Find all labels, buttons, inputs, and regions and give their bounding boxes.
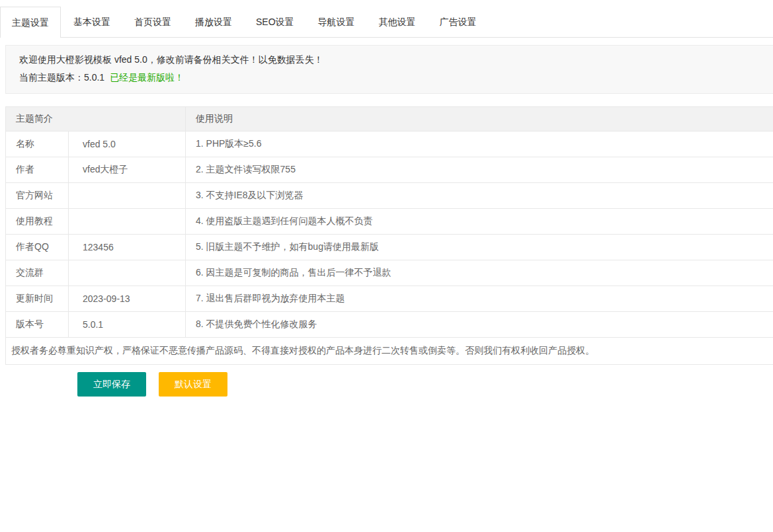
table-row: 名称 vfed 5.0 1. PHP版本≥5.6 bbox=[6, 132, 773, 157]
save-button[interactable]: 立即保存 bbox=[77, 372, 146, 397]
row-label: 作者 bbox=[6, 157, 69, 183]
default-settings-button[interactable]: 默认设置 bbox=[159, 372, 227, 397]
theme-info-table: 主题简介 使用说明 名称 vfed 5.0 1. PHP版本≥5.6 作者 vf… bbox=[5, 106, 773, 365]
notice-line1: 欢迎使用大橙影视模板 vfed 5.0，修改前请备份相关文件！以免数据丢失！ bbox=[19, 51, 760, 69]
theme-settings-panel: 欢迎使用大橙影视模板 vfed 5.0，修改前请备份相关文件！以免数据丢失！ 当… bbox=[5, 45, 773, 397]
table-footer-row: 授权者务必尊重知识产权，严格保证不恶意传播产品源码、不得直接对授权的产品本身进行… bbox=[6, 338, 773, 365]
latest-version-badge: 已经是最新版啦！ bbox=[110, 72, 184, 83]
table-row: 使用教程 4. 使用盗版主题遇到任何问题本人概不负责 bbox=[6, 209, 773, 235]
table-row: 更新时间 2023-09-13 7. 退出售后群即视为放弃使用本主题 bbox=[6, 286, 773, 312]
notice-line2: 当前主题版本：5.0.1已经是最新版啦！ bbox=[19, 69, 760, 87]
tab-home-settings[interactable]: 首页设置 bbox=[123, 7, 183, 37]
row-label: 更新时间 bbox=[6, 286, 69, 312]
row-value: 2023-09-13 bbox=[69, 286, 186, 312]
row-value bbox=[69, 209, 186, 235]
tab-ad-settings[interactable]: 广告设置 bbox=[428, 7, 488, 37]
row-label: 作者QQ bbox=[6, 235, 69, 260]
row-label: 交流群 bbox=[6, 260, 69, 286]
row-note: 4. 使用盗版主题遇到任何问题本人概不负责 bbox=[186, 209, 773, 235]
row-note: 6. 因主题是可复制的商品，售出后一律不予退款 bbox=[186, 260, 773, 286]
license-notice: 授权者务必尊重知识产权，严格保证不恶意传播产品源码、不得直接对授权的产品本身进行… bbox=[6, 338, 773, 365]
row-label: 版本号 bbox=[6, 312, 69, 338]
table-row: 作者QQ 123456 5. 旧版主题不予维护，如有bug请使用最新版 bbox=[6, 235, 773, 260]
row-note: 1. PHP版本≥5.6 bbox=[186, 132, 773, 157]
table-row: 作者 vfed大橙子 2. 主题文件读写权限755 bbox=[6, 157, 773, 183]
row-label: 名称 bbox=[6, 132, 69, 157]
tab-seo-settings[interactable]: SEO设置 bbox=[245, 7, 305, 37]
row-label: 官方网站 bbox=[6, 183, 69, 209]
row-value bbox=[69, 260, 186, 286]
header-usage-notes: 使用说明 bbox=[186, 107, 773, 132]
current-version-text: 当前主题版本：5.0.1 bbox=[19, 72, 104, 83]
table-row: 官方网站 3. 不支持IE8及以下浏览器 bbox=[6, 183, 773, 209]
row-note: 2. 主题文件读写权限755 bbox=[186, 157, 773, 183]
row-note: 5. 旧版主题不予维护，如有bug请使用最新版 bbox=[186, 235, 773, 260]
header-theme-intro: 主题简介 bbox=[6, 107, 186, 132]
row-note: 3. 不支持IE8及以下浏览器 bbox=[186, 183, 773, 209]
tab-theme-settings[interactable]: 主题设置 bbox=[0, 7, 61, 38]
table-row: 交流群 6. 因主题是可复制的商品，售出后一律不予退款 bbox=[6, 260, 773, 286]
tab-nav-settings[interactable]: 导航设置 bbox=[307, 7, 366, 37]
table-row: 版本号 5.0.1 8. 不提供免费个性化修改服务 bbox=[6, 312, 773, 338]
table-header-row: 主题简介 使用说明 bbox=[6, 107, 773, 132]
row-note: 7. 退出售后群即视为放弃使用本主题 bbox=[186, 286, 773, 312]
tab-basic-settings[interactable]: 基本设置 bbox=[62, 7, 122, 37]
row-note: 8. 不提供免费个性化修改服务 bbox=[186, 312, 773, 338]
row-value: vfed大橙子 bbox=[69, 157, 186, 183]
tab-other-settings[interactable]: 其他设置 bbox=[368, 7, 427, 37]
welcome-notice: 欢迎使用大橙影视模板 vfed 5.0，修改前请备份相关文件！以免数据丢失！ 当… bbox=[5, 45, 773, 94]
action-buttons: 立即保存 默认设置 bbox=[77, 372, 773, 397]
row-value: 123456 bbox=[69, 235, 186, 260]
row-value: vfed 5.0 bbox=[69, 132, 186, 157]
row-label: 使用教程 bbox=[6, 209, 69, 235]
row-value: 5.0.1 bbox=[69, 312, 186, 338]
tab-play-settings[interactable]: 播放设置 bbox=[184, 7, 243, 37]
row-value bbox=[69, 183, 186, 209]
settings-tabbar: 主题设置 基本设置 首页设置 播放设置 SEO设置 导航设置 其他设置 广告设置 bbox=[0, 0, 773, 38]
